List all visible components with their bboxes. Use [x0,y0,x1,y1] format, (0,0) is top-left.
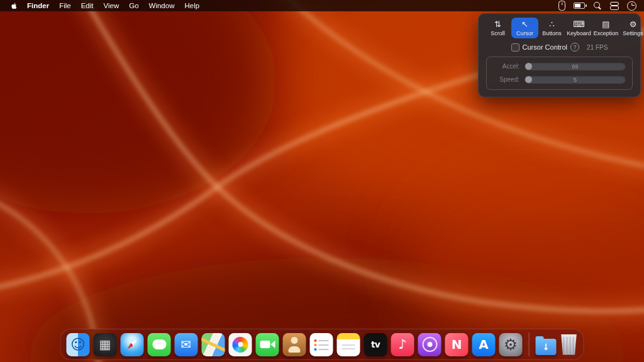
buttons-icon [549,20,554,29]
messages-app-icon [148,333,171,356]
finder-app-icon [67,333,90,356]
slider-group: Accel:69Speed:5 [486,57,633,90]
notes-app-icon [337,333,360,356]
dock-icon-news[interactable] [445,333,469,356]
dock-icon-trash[interactable] [560,334,578,355]
cursor-control-checkbox[interactable] [511,43,519,52]
clock-icon[interactable] [627,1,636,11]
tab-label: Scroll [491,30,505,36]
dock-icon-finder[interactable] [67,333,90,356]
tv-app-icon [364,333,387,356]
tab-settings[interactable]: Settings [619,18,644,38]
control-center-icon[interactable] [610,2,619,10]
apple-logo-icon [11,2,18,10]
facetime-app-icon [256,333,279,356]
dock-icon-maps[interactable] [202,333,225,356]
dock-icon-music[interactable] [391,333,414,356]
menu-item-file[interactable]: File [54,0,76,11]
cursor-control-label: Cursor Control [523,43,568,51]
scroll-icon [494,20,501,29]
tab-buttons[interactable]: Buttons [538,18,565,38]
music-app-icon [391,333,414,356]
apple-menu[interactable] [6,2,22,10]
settings-app-icon [499,333,523,356]
mouse-settings-panel: ScrollCursorButtonsKeyboardExceptionSett… [478,13,641,97]
desktop: Finder FileEditViewGoWindowHelp ScrollCu… [0,0,644,362]
keyboard-icon [573,20,585,29]
mos-status-icon[interactable] [558,1,565,11]
dock-icon-settings[interactable] [499,333,523,356]
tab-label: Exception [594,30,619,36]
spotlight-icon[interactable] [593,1,602,10]
appstore-app-icon [472,333,496,356]
dock-icon-downloads[interactable] [536,334,557,355]
settings-icon [630,20,637,29]
menu-bar: Finder FileEditViewGoWindowHelp [0,0,644,11]
slider-knob[interactable] [525,63,532,70]
tab-label: Cursor [516,30,533,36]
slider-label: Speed: [493,76,519,83]
contacts-app-icon [283,333,306,356]
dock-icon-safari[interactable] [121,333,144,356]
dock-icon-mail[interactable] [175,333,198,356]
safari-app-icon [121,333,144,356]
dock-icon-appstore[interactable] [472,333,496,356]
fps-text: 21 FPS [587,44,608,51]
menu-items: FileEditViewGoWindowHelp [54,0,204,11]
help-icon[interactable]: ? [570,43,579,52]
slider-row-speed: Speed:5 [493,75,626,84]
dock-icon-contacts[interactable] [283,333,306,356]
slider-track[interactable]: 5 [525,75,626,84]
tab-label: Keyboard [567,30,591,36]
tab-label: Settings [623,30,643,36]
status-icons [558,1,638,11]
photos-app-icon [229,333,252,356]
dock-icon-launchpad[interactable] [94,333,117,356]
podcasts-app-icon [418,333,441,356]
dock-icon-photos[interactable] [229,333,252,356]
dock [60,329,584,360]
menu-item-app-name[interactable]: Finder [22,0,54,11]
dock-icon-podcasts[interactable] [418,333,441,356]
dock-icon-facetime[interactable] [256,333,279,356]
maps-app-icon [202,333,225,356]
tab-keyboard[interactable]: Keyboard [565,18,592,38]
cursor-icon [521,20,528,29]
slider-track[interactable]: 69 [525,62,626,70]
slider-knob[interactable] [525,76,532,83]
news-app-icon [445,333,469,356]
trash-app-icon [560,334,578,355]
tab-exception[interactable]: Exception [592,18,619,38]
slider-value: 69 [572,63,578,70]
tab-scroll[interactable]: Scroll [484,18,511,38]
cursor-control-row: Cursor Control ? 21 FPS [479,43,640,52]
menu-item-edit[interactable]: Edit [76,0,99,11]
slider-row-accel: Accel:69 [493,62,626,70]
battery-icon[interactable] [574,3,585,9]
exception-icon [602,20,609,29]
tab-cursor[interactable]: Cursor [511,18,538,38]
menu-item-view[interactable]: View [99,0,125,11]
panel-tabs: ScrollCursorButtonsKeyboardExceptionSett… [479,14,640,40]
mail-app-icon [175,333,198,356]
menu-item-window[interactable]: Window [144,0,180,11]
menu-item-help[interactable]: Help [179,0,204,11]
launchpad-app-icon [94,333,117,356]
menu-item-go[interactable]: Go [124,0,143,11]
slider-label: Accel: [493,63,519,70]
reminders-app-icon [310,333,333,356]
dock-icon-tv[interactable] [364,333,387,356]
downloads-app-icon [536,339,557,355]
slider-value: 5 [574,77,577,83]
dock-icon-notes[interactable] [337,333,360,356]
dock-icon-messages[interactable] [148,333,171,356]
dock-icon-reminders[interactable] [310,333,333,356]
tab-label: Buttons [542,30,562,36]
dock-separator [529,332,530,356]
